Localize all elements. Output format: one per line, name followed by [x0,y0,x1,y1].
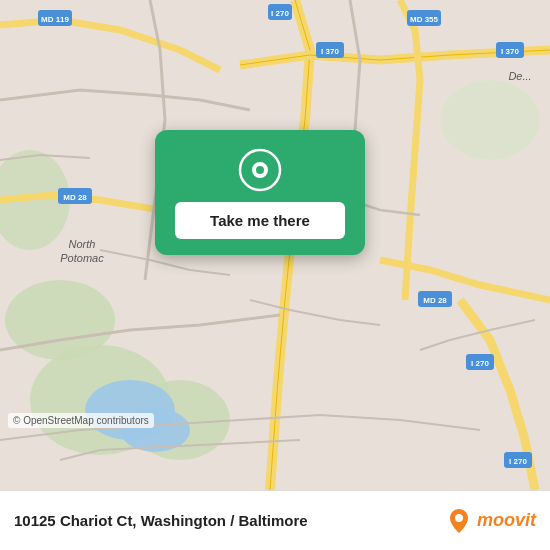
svg-text:I 370: I 370 [321,47,339,56]
address-text: 10125 Chariot Ct, Washington / Baltimore [14,512,437,529]
moovit-logo: moovit [445,507,536,535]
svg-text:North: North [69,238,96,250]
svg-text:MD 119: MD 119 [41,15,70,24]
location-pin-icon [238,148,282,192]
bottom-bar: 10125 Chariot Ct, Washington / Baltimore… [0,490,550,550]
popup-card: Take me there [155,130,365,255]
svg-text:Potomac: Potomac [60,252,104,264]
svg-text:I 270: I 270 [271,9,289,18]
svg-text:I 270: I 270 [509,457,527,466]
svg-text:I 270: I 270 [471,359,489,368]
svg-point-5 [440,80,540,160]
map-container: MD 119 I 270 MD 355 I 370 I 370 MD 28 MD… [0,0,550,490]
svg-text:MD 28: MD 28 [423,296,447,305]
svg-text:I 370: I 370 [501,47,519,56]
svg-text:MD 355: MD 355 [410,15,439,24]
svg-text:De...: De... [508,70,531,82]
svg-point-32 [455,514,463,522]
moovit-brand-name: moovit [477,510,536,531]
osm-credit: © OpenStreetMap contributors [8,413,154,428]
svg-point-31 [256,166,264,174]
svg-text:MD 28: MD 28 [63,193,87,202]
take-me-there-button[interactable]: Take me there [175,202,345,239]
moovit-pin-icon [445,507,473,535]
